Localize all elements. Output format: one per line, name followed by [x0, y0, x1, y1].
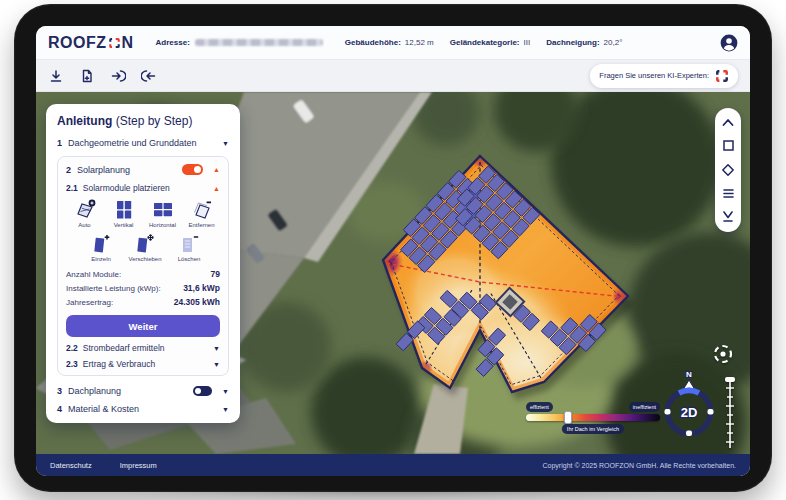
tool-single[interactable]: Einzeln — [80, 233, 122, 262]
panel-title: Anleitung (Step by Step) — [57, 114, 229, 128]
copyright-text: Copyright © 2025 ROOFZON GmbH. Alle Rech… — [543, 462, 736, 469]
undo-icon[interactable] — [141, 68, 157, 84]
stat-value: 24.305 kWh — [174, 297, 220, 307]
logo-text-suffix: N — [122, 34, 134, 52]
step-number: 2 — [66, 165, 71, 175]
chevron-down-icon[interactable]: ▼ — [222, 388, 229, 395]
solar-visibility-toggle[interactable] — [182, 164, 203, 175]
metric-terrain-category: Geländekategorie: III — [450, 38, 530, 47]
address-value-redacted — [195, 39, 323, 46]
tool-horizontal[interactable]: Horizontal — [144, 199, 181, 228]
ai-expert-label: Fragen Sie unseren KI-Experten: — [599, 71, 709, 80]
measure-tool-icon[interactable] — [721, 210, 735, 223]
tool-move[interactable]: Verschieben — [124, 233, 166, 262]
roof-visibility-toggle[interactable] — [193, 386, 212, 396]
efficiency-gradient-bar[interactable] — [526, 414, 660, 421]
metric-value: III — [524, 38, 531, 47]
step-2-2-power-demand[interactable]: 2.2 Strombedarf ermitteln ▼ — [66, 343, 220, 353]
stat-installed-power: Installierte Leistung (kWp): 31,6 kWp — [66, 283, 220, 293]
polygon-tool-icon[interactable] — [721, 163, 735, 177]
tool-delete[interactable]: Löschen — [168, 233, 210, 262]
auto-layout-icon — [74, 199, 96, 220]
imprint-link[interactable]: Impressum — [120, 461, 157, 470]
user-avatar-icon[interactable] — [720, 34, 738, 52]
step-number: 4 — [57, 404, 62, 414]
chevron-up-icon[interactable]: ▲ — [213, 166, 220, 173]
chevron-down-icon[interactable]: ▼ — [222, 406, 229, 413]
tool-auto[interactable]: Auto — [66, 199, 103, 228]
step-label: Dachgeometrie und Grunddaten — [68, 138, 197, 148]
vertical-modules-icon — [113, 199, 135, 220]
legend-right-label: ineffizient — [629, 402, 660, 412]
header: ROOFZ N Adresse: Gebäudehöhe: — [36, 26, 750, 60]
roofzon-mark-icon — [715, 69, 729, 83]
chevron-down-icon[interactable]: ▼ — [213, 361, 220, 368]
stat-annual-yield: Jahresertrag: 24.305 kWh — [66, 297, 220, 307]
step-4-material-costs[interactable]: 4 Material & Kosten ▼ — [57, 404, 229, 414]
metric-value: 12,52 m — [405, 38, 434, 47]
step-number: 2.1 — [66, 183, 78, 193]
tool-remove-area[interactable]: Entfernen — [183, 199, 220, 228]
logo-text-prefix: ROOFZ — [48, 34, 107, 52]
zoom-slider-handle[interactable] — [725, 377, 735, 382]
zoom-slider[interactable] — [724, 376, 736, 450]
step-number: 2.2 — [66, 343, 78, 353]
metric-building-height: Gebäudehöhe: 12,52 m — [345, 38, 434, 47]
compass-control[interactable]: N 2D — [657, 368, 721, 442]
step-panel: Anleitung (Step by Step) 1 Dachgeometrie… — [46, 104, 240, 423]
metric-label: Gebäudehöhe: — [345, 38, 401, 47]
privacy-link[interactable]: Datenschutz — [50, 461, 92, 470]
stat-value: 31,6 kWp — [183, 283, 220, 293]
efficiency-handle[interactable] — [564, 411, 572, 424]
collapse-up-icon[interactable] — [721, 117, 735, 128]
footer: Datenschutz Impressum Copyright © 2025 R… — [36, 454, 750, 476]
step-1-roof-geometry[interactable]: 1 Dachgeometrie und Grunddaten ▼ — [57, 138, 229, 148]
chevron-down-icon[interactable]: ▼ — [213, 345, 220, 352]
step-2-card: 2 Solarplanung ▲ 2.1 Solarmodule platzie… — [57, 156, 229, 376]
tool-label: Auto — [78, 222, 90, 228]
horizontal-modules-icon — [152, 199, 174, 220]
legend-left-label: effizient — [526, 402, 553, 412]
layers-menu-icon[interactable] — [722, 188, 735, 199]
tool-vertical[interactable]: Vertikal — [105, 199, 142, 228]
stat-module-count: Anzahl Module: 79 — [66, 269, 220, 279]
tool-label: Horizontal — [149, 222, 176, 228]
stat-label: Anzahl Module: — [66, 270, 121, 279]
panel-title-main: Anleitung — [57, 114, 112, 128]
export-file-icon[interactable] — [79, 68, 95, 84]
step-number: 3 — [57, 386, 62, 396]
chevron-down-icon[interactable]: ▼ — [222, 140, 229, 147]
logo-o-icon — [108, 36, 121, 50]
download-icon[interactable] — [48, 68, 64, 84]
app-screen: ROOFZ N Adresse: Gebäudehöhe: — [36, 26, 750, 476]
locate-icon[interactable] — [711, 342, 735, 366]
step-3-roof-planning[interactable]: 3 Dachplanung ▼ — [57, 386, 229, 396]
metric-label: Dachneigung: — [546, 38, 599, 47]
tool-label: Entfernen — [188, 222, 214, 228]
address-label: Adresse: — [156, 38, 190, 47]
tool-label: Verschieben — [128, 256, 161, 262]
chevron-up-icon[interactable]: ▲ — [213, 185, 220, 192]
ai-expert-button[interactable]: Fragen Sie unseren KI-Experten: — [590, 64, 738, 88]
rectangle-tool-icon[interactable] — [722, 139, 735, 152]
module-tools-row-1: Auto Vertikal — [66, 199, 220, 228]
step-2-3-yield-consumption[interactable]: 2.3 Ertrag & Verbrauch ▼ — [66, 359, 220, 369]
page: ROOFZ N Adresse: Gebäudehöhe: — [0, 0, 786, 500]
legend-caption: Ihr Dach im Vergleich — [562, 424, 624, 434]
tool-label: Löschen — [178, 256, 201, 262]
step-2-1-place-modules[interactable]: 2.1 Solarmodule platzieren ▲ — [66, 183, 220, 193]
panel-title-suffix: (Step by Step) — [116, 114, 193, 128]
tablet-frame: ROOFZ N Adresse: Gebäudehöhe: — [14, 4, 772, 492]
metric-label: Geländekategorie: — [450, 38, 520, 47]
import-icon[interactable] — [110, 68, 126, 84]
step-label: Solarmodule platzieren — [83, 183, 170, 193]
step-label: Ertrag & Verbrauch — [83, 359, 155, 369]
metric-roof-pitch: Dachneigung: 20,2° — [546, 38, 622, 47]
address-group: Adresse: — [156, 38, 323, 47]
step-2-solar-planning[interactable]: 2 Solarplanung ▲ — [66, 164, 220, 175]
view-mode-2d-button[interactable]: 2D — [681, 405, 698, 420]
compass-north-label: N — [686, 370, 692, 379]
metric-value: 20,2° — [604, 38, 623, 47]
action-toolbar: Fragen Sie unseren KI-Experten: — [36, 60, 750, 92]
next-button[interactable]: Weiter — [66, 315, 220, 337]
